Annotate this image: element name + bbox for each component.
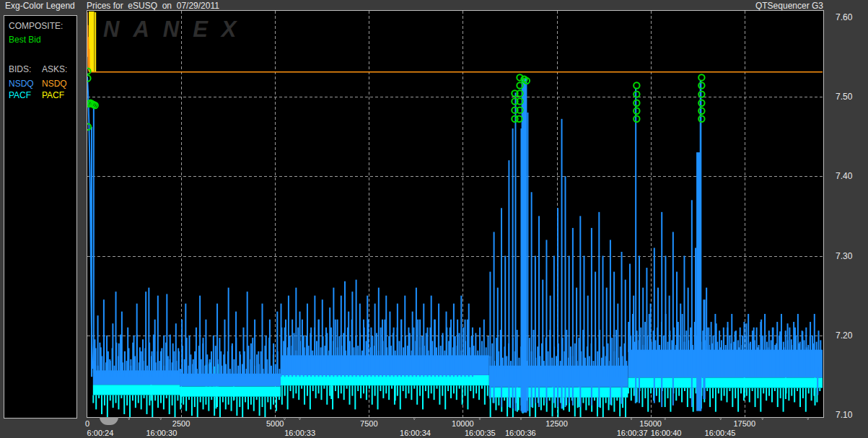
x-axis-sequence-label: 7500 — [347, 419, 390, 428]
y-axis-label: 7.30 — [836, 251, 852, 261]
x-axis-time-label: 16:00:33 — [275, 429, 325, 437]
x-axis-time-label: 16:00:40 — [641, 429, 691, 437]
x-axis-time-label: 16:00:45 — [695, 429, 745, 437]
x-axis-time-label: 16:00:36 — [495, 429, 545, 437]
exchange-color-legend: COMPOSITE: Best Bid BIDS: ASKS: NSDQ NSD… — [4, 15, 77, 419]
bids-column-label: BIDS: — [9, 64, 31, 74]
qtsequencer-window: Exg-Color Legend Prices for eSUSQ on 07/… — [0, 0, 868, 438]
time-marker-chevron-icon: v — [807, 416, 810, 421]
time-marker-chevron-icon: v — [413, 416, 416, 421]
time-marker-chevron-icon: v — [664, 416, 667, 421]
time-marker-chevron-icon: v — [159, 416, 162, 421]
x-axis-sequence-label: 12500 — [535, 419, 579, 428]
y-axis-label: 7.60 — [836, 12, 852, 22]
time-marker-chevron-icon: v — [284, 416, 286, 421]
x-axis-time-label: 16:00:30 — [136, 429, 187, 437]
app-title: QTSequencer G3 — [755, 1, 823, 11]
y-axis-label: 7.50 — [836, 92, 852, 102]
time-marker-chevron-icon: v — [128, 416, 131, 421]
bid-exchange-nsdq: NSDQ — [9, 79, 34, 89]
asks-column-label: ASKS: — [42, 64, 67, 74]
y-axis-label: 7.10 — [836, 410, 852, 420]
time-marker-chevron-icon: v — [719, 416, 722, 421]
composite-label: COMPOSITE: — [9, 21, 63, 31]
time-marker-chevron-icon: v — [478, 416, 481, 421]
price-chart-canvas[interactable] — [87, 11, 823, 417]
page-title: Prices for eSUSQ on 07/29/2011 — [87, 1, 219, 11]
composite-best-bid-label: Best Bid — [9, 35, 41, 45]
ask-exchange-nsdq: NSDQ — [42, 79, 67, 89]
time-marker-chevron-icon: v — [630, 416, 633, 421]
x-axis-sequence-label: 5000 — [253, 419, 297, 428]
y-axis-label: 7.20 — [836, 330, 852, 341]
x-axis-sequence-label: 2500 — [159, 419, 203, 428]
y-axis-label: 7.40 — [836, 171, 852, 181]
bid-exchange-pacf: PACF — [9, 90, 31, 100]
time-marker-chevron-icon: v — [299, 416, 302, 421]
x-axis-time-label: 6:00:24 — [75, 429, 126, 437]
x-axis-time-label: 16:00:34 — [390, 429, 440, 437]
time-marker-chevron-icon: v — [520, 416, 522, 421]
ask-exchange-pacf: PACF — [42, 90, 64, 100]
price-chart-area: NANEX — [87, 10, 824, 418]
legend-title: Exg-Color Legend — [5, 1, 75, 11]
time-marker-chevron-icon: v — [761, 416, 764, 421]
x-axis-sequence-label: 17500 — [723, 419, 766, 428]
